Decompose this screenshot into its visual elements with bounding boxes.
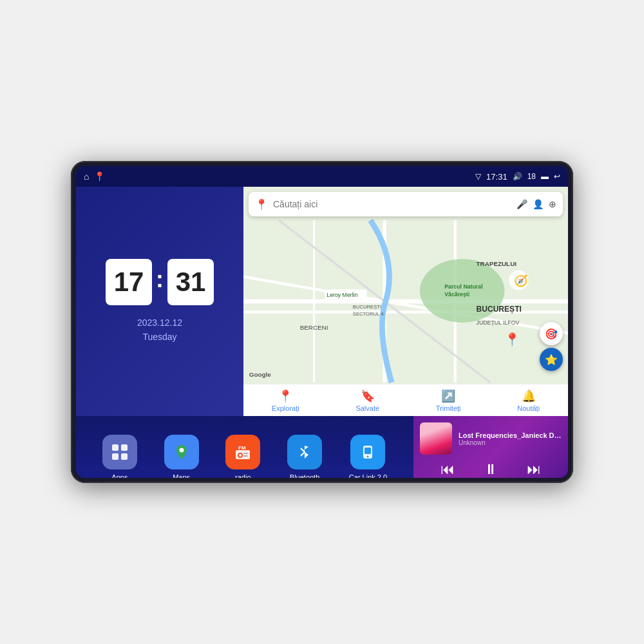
svg-rect-33 xyxy=(243,455,248,457)
app-item-maps[interactable]: Maps xyxy=(164,435,199,478)
music-thumbnail xyxy=(420,422,452,455)
music-title: Lost Frequencies_Janieck Devy-... xyxy=(459,431,562,439)
music-play-pause-button[interactable]: ⏸ xyxy=(484,462,498,477)
saved-icon: 🔖 xyxy=(361,389,375,403)
status-bar: ⌂ 📍 ▽ 17:31 🔊 18 ▬ ↩ xyxy=(76,166,568,187)
svg-rect-26 xyxy=(121,453,128,460)
svg-rect-32 xyxy=(243,453,248,454)
app-item-apps[interactable]: Apps xyxy=(102,435,137,478)
clock-colon: : xyxy=(156,266,164,293)
map-location-fab[interactable]: 🎯 xyxy=(540,322,563,345)
device-screen: ⌂ 📍 ▽ 17:31 🔊 18 ▬ ↩ 17 : xyxy=(76,166,568,478)
svg-rect-25 xyxy=(112,453,118,460)
music-panel: Lost Frequencies_Janieck Devy-... Unknow… xyxy=(413,416,568,478)
clock-minute: 31 xyxy=(167,259,214,305)
map-navigate-fab[interactable]: ⭐ xyxy=(540,348,563,371)
map-body[interactable]: Parcul Natural Văcărești TRAPEZULUI BUCU… xyxy=(243,219,568,384)
map-news-tab[interactable]: 🔔 Noutăți xyxy=(517,389,540,412)
map-share-tab[interactable]: ↗️ Trimiteți xyxy=(436,389,461,412)
apps-icon xyxy=(102,435,137,469)
svg-text:📍: 📍 xyxy=(504,332,520,347)
music-next-button[interactable]: ⏭ xyxy=(527,462,541,477)
home-icon[interactable]: ⌂ xyxy=(84,171,89,182)
app-item-carlink[interactable]: Car Link 2.0 xyxy=(349,435,387,478)
music-text: Lost Frequencies_Janieck Devy-... Unknow… xyxy=(459,431,562,446)
map-bottom-bar: 📍 Explorați 🔖 Salvate ↗️ Trimiteți � xyxy=(243,384,568,416)
music-artist: Unknown xyxy=(459,439,562,446)
svg-rect-35 xyxy=(365,448,371,454)
news-label: Noutăți xyxy=(517,404,540,412)
svg-rect-23 xyxy=(112,444,118,451)
top-row: 17 : 31 2023.12.12 Tuesday 📍 Căutați aic… xyxy=(76,187,568,416)
clock-display: 17 : 31 xyxy=(106,259,214,305)
maps-status-icon[interactable]: 📍 xyxy=(94,171,105,182)
battery-icon: ▬ xyxy=(541,172,549,181)
car-infotainment-device: ⌂ 📍 ▽ 17:31 🔊 18 ▬ ↩ 17 : xyxy=(71,161,573,483)
volume-level: 18 xyxy=(527,172,536,181)
svg-point-31 xyxy=(239,454,242,457)
svg-text:JUDEȚUL ILFOV: JUDEȚUL ILFOV xyxy=(477,319,520,326)
status-left-icons: ⌂ 📍 xyxy=(84,171,105,182)
svg-text:TRAPEZULUI: TRAPEZULUI xyxy=(477,260,517,267)
svg-text:🧭: 🧭 xyxy=(514,274,528,288)
back-icon[interactable]: ↩ xyxy=(554,172,560,181)
main-content: 17 : 31 2023.12.12 Tuesday 📍 Căutați aic… xyxy=(76,187,568,478)
map-panel[interactable]: 📍 Căutați aici 🎤 👤 ⊕ xyxy=(243,187,568,416)
account-icon[interactable]: 👤 xyxy=(533,199,544,209)
music-controls: ⏮ ⏸ ⏭ xyxy=(420,460,562,478)
share-icon: ↗️ xyxy=(441,389,455,403)
svg-text:Parcul Natural: Parcul Natural xyxy=(444,283,482,290)
status-right-info: ▽ 17:31 🔊 18 ▬ ↩ xyxy=(475,172,560,182)
maps-label: Maps xyxy=(173,473,190,478)
svg-text:BERCENI: BERCENI xyxy=(300,324,328,331)
svg-rect-24 xyxy=(121,444,128,451)
radio-label: radio xyxy=(235,473,251,478)
app-item-radio[interactable]: FM radio xyxy=(225,435,260,478)
svg-text:SECTORUL 4: SECTORUL 4 xyxy=(353,311,384,317)
clock-panel: 17 : 31 2023.12.12 Tuesday xyxy=(76,187,243,416)
music-prev-button[interactable]: ⏮ xyxy=(440,462,455,477)
bottom-row: Apps Maps xyxy=(76,416,568,478)
clock-date-value: 2023.12.12 xyxy=(137,316,182,330)
svg-text:Leroy Merlin: Leroy Merlin xyxy=(327,292,357,298)
map-search-bar[interactable]: 📍 Căutați aici 🎤 👤 ⊕ xyxy=(249,192,563,216)
carlink-label: Car Link 2.0 xyxy=(349,473,387,478)
clock-day: Tuesday xyxy=(137,330,182,344)
bluetooth-label: Bluetooth xyxy=(290,473,319,478)
app-item-bluetooth[interactable]: Bluetooth xyxy=(287,435,322,478)
bluetooth-icon xyxy=(287,435,322,469)
apps-label: Apps xyxy=(111,473,128,478)
svg-text:BUCUREȘTI: BUCUREȘTI xyxy=(477,305,522,314)
carlink-icon xyxy=(350,435,385,469)
svg-point-36 xyxy=(367,456,369,458)
music-info: Lost Frequencies_Janieck Devy-... Unknow… xyxy=(420,422,562,455)
map-saved-tab[interactable]: 🔖 Salvate xyxy=(355,389,379,412)
radio-icon: FM xyxy=(225,435,260,469)
maps-icon xyxy=(164,435,199,469)
news-icon: 🔔 xyxy=(522,389,536,403)
voice-search-icon[interactable]: 🎤 xyxy=(516,199,527,209)
status-time: 17:31 xyxy=(486,172,507,182)
svg-text:Google: Google xyxy=(249,371,271,378)
map-explore-tab[interactable]: 📍 Explorați xyxy=(272,389,299,412)
apps-bar: Apps Maps xyxy=(76,416,413,478)
layers-icon[interactable]: ⊕ xyxy=(549,199,556,209)
explore-icon: 📍 xyxy=(278,389,292,403)
map-search-actions: 🎤 👤 ⊕ xyxy=(516,199,556,209)
svg-text:FM: FM xyxy=(238,445,246,451)
svg-text:BUCUREȘTI: BUCUREȘTI xyxy=(353,304,381,310)
clock-date: 2023.12.12 Tuesday xyxy=(137,316,182,345)
clock-hour: 17 xyxy=(106,259,152,305)
svg-text:Văcărești: Văcărești xyxy=(444,291,469,298)
volume-icon: 🔊 xyxy=(513,172,522,181)
signal-icon: ▽ xyxy=(475,172,481,181)
explore-label: Explorați xyxy=(272,404,299,412)
map-search-placeholder[interactable]: Căutați aici xyxy=(273,199,511,209)
share-label: Trimiteți xyxy=(436,404,461,412)
saved-label: Salvate xyxy=(355,404,379,412)
google-maps-icon: 📍 xyxy=(255,198,268,211)
svg-point-27 xyxy=(179,448,184,453)
